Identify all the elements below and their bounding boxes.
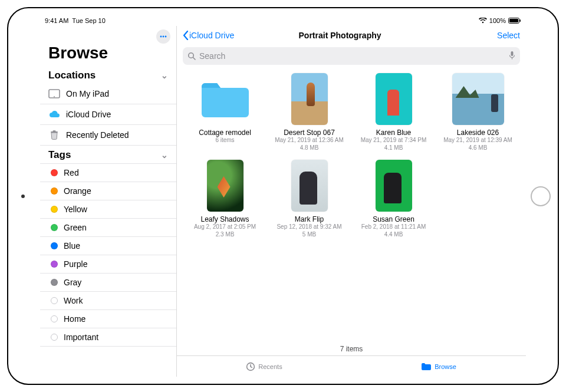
trash-icon bbox=[48, 129, 60, 141]
tag-row[interactable]: Red bbox=[40, 163, 176, 182]
item-name: Cottage remodel bbox=[199, 129, 251, 137]
tag-dot-icon bbox=[51, 261, 58, 268]
file-thumbnail bbox=[376, 160, 412, 212]
svg-point-3 bbox=[160, 36, 162, 38]
status-bar: 9:41 AM Tue Sep 10 100% bbox=[40, 15, 526, 26]
item-meta-line1: 6 items bbox=[215, 137, 234, 144]
file-item[interactable]: Karen BlueMay 21, 2019 at 7:34 PM4.1 MB bbox=[354, 73, 433, 151]
tab-browse-label: Browse bbox=[435, 363, 456, 370]
tag-dot-icon bbox=[51, 242, 58, 249]
nav-bar: iCloud Drive Portrait Photography Select bbox=[177, 26, 526, 45]
item-name: Desert Stop 067 bbox=[284, 129, 335, 137]
tag-row[interactable]: Blue bbox=[40, 237, 176, 255]
location-label: Recently Deleted bbox=[66, 130, 129, 140]
sidebar: Browse Locations ⌄ On My iPad bbox=[40, 26, 177, 377]
svg-rect-9 bbox=[53, 130, 56, 131]
item-name: Mark Flip bbox=[295, 215, 324, 223]
tab-browse[interactable]: Browse bbox=[351, 356, 526, 377]
item-meta-line1: May 21, 2019 at 12:39 AM bbox=[443, 137, 512, 144]
ipad-icon bbox=[48, 88, 60, 100]
home-button[interactable] bbox=[531, 186, 551, 206]
search-icon bbox=[187, 52, 196, 60]
tag-row[interactable]: Orange bbox=[40, 182, 176, 200]
ipad-frame: 9:41 AM Tue Sep 10 100% bbox=[7, 7, 559, 385]
location-icloud-drive[interactable]: iCloud Drive bbox=[40, 104, 176, 125]
battery-percent: 100% bbox=[489, 17, 506, 24]
tab-recents-label: Recents bbox=[258, 363, 282, 370]
cloud-icon bbox=[48, 108, 60, 120]
item-meta-line2: 4.6 MB bbox=[469, 144, 488, 152]
item-name: Susan Green bbox=[373, 215, 414, 223]
item-name: Karen Blue bbox=[376, 129, 411, 137]
folder-item[interactable]: Cottage remodel6 items bbox=[185, 73, 265, 151]
file-item[interactable]: Lakeside 026May 21, 2019 at 12:39 AM4.6 … bbox=[438, 73, 518, 151]
item-meta-line1: Feb 2, 2018 at 11:21 AM bbox=[361, 223, 426, 231]
location-label: On My iPad bbox=[66, 89, 109, 98]
item-meta-line2: 2.3 MB bbox=[216, 231, 235, 239]
svg-rect-8 bbox=[51, 131, 58, 133]
more-button[interactable] bbox=[156, 29, 170, 44]
location-recently-deleted[interactable]: Recently Deleted bbox=[40, 125, 176, 146]
status-date: Tue Sep 10 bbox=[72, 17, 105, 24]
tag-label: Work bbox=[64, 296, 83, 305]
mic-icon[interactable] bbox=[509, 51, 515, 62]
tag-dot-icon bbox=[51, 297, 58, 304]
tag-row[interactable]: Work bbox=[40, 292, 176, 310]
sidebar-title: Browse bbox=[40, 44, 176, 66]
tag-dot-icon bbox=[51, 224, 58, 231]
tag-label: Orange bbox=[64, 186, 91, 196]
ellipsis-icon bbox=[159, 32, 167, 41]
content-pane: iCloud Drive Portrait Photography Select… bbox=[177, 26, 526, 377]
item-meta-line2: 4.4 MB bbox=[384, 231, 403, 239]
file-thumbnail bbox=[376, 73, 412, 125]
item-meta-line1: Sep 12, 2018 at 9:32 AM bbox=[277, 223, 341, 231]
select-button[interactable]: Select bbox=[497, 31, 520, 40]
tag-row[interactable]: Gray bbox=[40, 274, 176, 292]
tag-row[interactable]: Home bbox=[40, 310, 176, 328]
file-item[interactable]: Desert Stop 067May 21, 2019 at 12:36 AM4… bbox=[269, 73, 349, 151]
tags-header-label: Tags bbox=[48, 149, 71, 161]
file-thumbnail bbox=[452, 73, 504, 125]
item-meta-line2: 4.8 MB bbox=[300, 144, 319, 152]
tag-label: Green bbox=[64, 223, 87, 232]
item-meta-line1: Aug 2, 2017 at 2:05 PM bbox=[194, 223, 256, 231]
svg-point-5 bbox=[165, 36, 167, 38]
item-name: Leafy Shadows bbox=[200, 215, 249, 223]
tag-row[interactable]: Important bbox=[40, 328, 176, 347]
tag-row[interactable]: Yellow bbox=[40, 200, 176, 219]
item-meta-line2: 5 MB bbox=[302, 231, 316, 239]
location-on-my-ipad[interactable]: On My iPad bbox=[40, 84, 176, 104]
item-name: Lakeside 026 bbox=[457, 129, 499, 137]
nav-title: Portrait Photography bbox=[299, 31, 381, 40]
chevron-down-icon: ⌄ bbox=[161, 150, 168, 160]
battery-icon bbox=[508, 18, 521, 24]
folder-icon bbox=[421, 363, 432, 371]
chevron-left-icon bbox=[183, 31, 189, 40]
svg-rect-2 bbox=[520, 19, 521, 22]
tag-row[interactable]: Purple bbox=[40, 255, 176, 274]
file-item[interactable]: Leafy ShadowsAug 2, 2017 at 2:05 PM2.3 M… bbox=[185, 160, 265, 238]
locations-header-label: Locations bbox=[48, 70, 96, 81]
items-grid: Cottage remodel6 itemsDesert Stop 067May… bbox=[177, 70, 526, 341]
file-item[interactable]: Susan GreenFeb 2, 2018 at 11:21 AM4.4 MB bbox=[354, 160, 433, 238]
tags-header[interactable]: Tags ⌄ bbox=[40, 146, 176, 163]
locations-header[interactable]: Locations ⌄ bbox=[40, 66, 176, 84]
search-placeholder: Search bbox=[199, 51, 225, 61]
file-item[interactable]: Mark FlipSep 12, 2018 at 9:32 AM5 MB bbox=[269, 160, 349, 238]
svg-point-4 bbox=[163, 36, 164, 38]
location-label: iCloud Drive bbox=[66, 110, 111, 119]
svg-rect-12 bbox=[511, 51, 514, 56]
tag-label: Blue bbox=[64, 241, 80, 251]
back-label: iCloud Drive bbox=[189, 31, 234, 40]
search-field[interactable]: Search bbox=[183, 47, 520, 65]
back-button[interactable]: iCloud Drive bbox=[183, 31, 234, 40]
tag-dot-icon bbox=[51, 279, 58, 286]
tab-recents[interactable]: Recents bbox=[177, 356, 351, 377]
tag-label: Yellow bbox=[64, 205, 87, 214]
file-thumbnail bbox=[291, 160, 328, 212]
tag-row[interactable]: Green bbox=[40, 219, 176, 237]
svg-line-11 bbox=[193, 58, 196, 60]
item-meta-line1: May 21, 2019 at 12:36 AM bbox=[275, 137, 344, 144]
tab-bar: Recents Browse bbox=[177, 355, 526, 377]
tag-label: Red bbox=[64, 168, 79, 177]
